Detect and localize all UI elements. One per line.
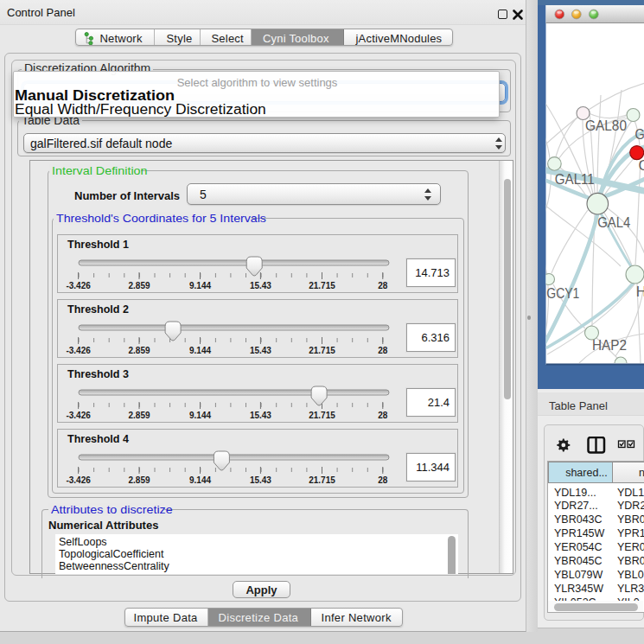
- svg-text:-3.426: -3.426: [66, 346, 91, 355]
- svg-text:C: C: [638, 157, 644, 173]
- svg-text:GCY1: GCY1: [546, 285, 579, 301]
- svg-text:2.859: 2.859: [128, 346, 150, 355]
- svg-text:2.859: 2.859: [128, 411, 150, 420]
- svg-text:9.144: 9.144: [189, 475, 211, 485]
- svg-text:2.859: 2.859: [128, 281, 150, 290]
- svg-text:15.43: 15.43: [250, 346, 271, 355]
- svg-text:21.715: 21.715: [309, 281, 335, 290]
- svg-text:21.715: 21.715: [309, 411, 335, 420]
- svg-text:28: 28: [378, 411, 388, 420]
- svg-text:2.859: 2.859: [128, 475, 150, 485]
- svg-text:GAL11: GAL11: [555, 171, 595, 187]
- svg-text:GAL4: GAL4: [597, 214, 630, 230]
- svg-text:28: 28: [378, 346, 388, 355]
- svg-text:GA: GA: [635, 126, 644, 142]
- svg-text:9.144: 9.144: [189, 346, 211, 355]
- svg-text:HAP2: HAP2: [592, 337, 627, 353]
- svg-text:-3.426: -3.426: [66, 411, 91, 420]
- svg-text:-3.426: -3.426: [66, 281, 91, 290]
- svg-text:28: 28: [378, 281, 388, 290]
- svg-text:GAL80: GAL80: [585, 118, 627, 133]
- svg-text:H: H: [636, 284, 644, 299]
- svg-text:-3.426: -3.426: [66, 475, 91, 485]
- svg-text:15.43: 15.43: [250, 411, 271, 420]
- svg-text:21.715: 21.715: [309, 346, 335, 355]
- svg-text:28: 28: [378, 475, 388, 485]
- svg-text:21.715: 21.715: [309, 475, 335, 485]
- svg-text:15.43: 15.43: [250, 281, 271, 290]
- svg-text:9.144: 9.144: [189, 281, 211, 290]
- svg-text:9.144: 9.144: [189, 411, 211, 420]
- svg-text:15.43: 15.43: [250, 475, 271, 485]
